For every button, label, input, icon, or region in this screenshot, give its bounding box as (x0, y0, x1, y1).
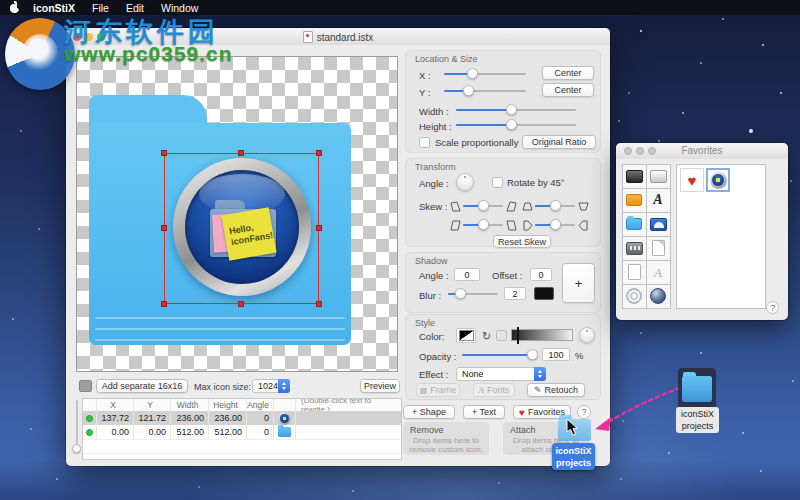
table-row-selected[interactable]: 137.72 121.72 236.00 236.00 0 (83, 411, 401, 425)
selection-handle[interactable] (316, 150, 322, 156)
add-separate-16-button[interactable]: Add separate 16x16 (96, 379, 188, 393)
max-icon-size-select[interactable]: 1024 (252, 379, 290, 393)
add-text-button[interactable]: + Text (463, 405, 505, 419)
template-document[interactable] (646, 236, 671, 261)
drag-label: iconStiX projects (552, 443, 595, 470)
scale-proportionally-checkbox[interactable] (419, 137, 430, 148)
x-slider[interactable] (444, 68, 526, 79)
center-x-button[interactable]: Center (542, 66, 594, 80)
col-y[interactable]: Y (133, 399, 170, 411)
zoom-slider-knob[interactable] (72, 444, 81, 453)
gradient-checkbox[interactable] (496, 330, 507, 341)
shadow-angle-field[interactable]: 0 (454, 268, 480, 281)
desktop-folder-selection[interactable] (678, 368, 716, 409)
template-globe[interactable] (646, 284, 671, 309)
col-angle[interactable]: Angle (246, 399, 273, 411)
col-x[interactable]: X (96, 399, 133, 411)
section-title: Location & Size (415, 54, 478, 64)
fonts-icon: A (478, 385, 484, 395)
menu-app-name[interactable]: iconStiX (33, 2, 75, 14)
angle-knob[interactable] (456, 173, 474, 191)
selection-handle[interactable] (238, 150, 244, 156)
favorite-item-badge-selected[interactable] (706, 168, 730, 192)
menu-file[interactable]: File (92, 2, 109, 14)
selection-handle[interactable] (161, 150, 167, 156)
menu-edit[interactable]: Edit (126, 2, 144, 14)
effect-select[interactable]: None (456, 367, 546, 381)
drive-shared-icon (626, 242, 643, 255)
main-window: standard.istx Hello, iconFans! (66, 28, 610, 466)
skew-slider-2[interactable] (535, 200, 575, 211)
blur-slider[interactable] (448, 288, 498, 299)
palette-title-bar[interactable]: Favorites (616, 143, 788, 159)
shadow-add-button[interactable]: + (562, 263, 595, 303)
height-label: Height : (419, 121, 452, 132)
col-height[interactable]: Height (208, 399, 246, 411)
selection-handle[interactable] (161, 225, 167, 231)
template-cd-disc[interactable] (622, 284, 647, 309)
fonts-button[interactable]: A Fonts (473, 383, 515, 397)
skew-label: Skew : (419, 201, 448, 212)
status-dot (86, 429, 93, 436)
selection-rectangle[interactable] (164, 153, 319, 304)
add-shape-button[interactable]: + Shape (403, 405, 455, 419)
shadow-color-well[interactable] (534, 287, 554, 300)
template-hard-drive-dark[interactable] (622, 164, 647, 189)
skew-slider-3[interactable] (463, 219, 503, 230)
center-y-button[interactable]: Center (542, 83, 594, 97)
template-font-decorative[interactable]: A (646, 260, 671, 285)
zoom-slider-track[interactable] (76, 400, 78, 450)
blur-label: Blur : (419, 290, 441, 301)
selection-handle[interactable] (316, 301, 322, 307)
shadow-offset-field[interactable]: 0 (530, 268, 552, 281)
template-font[interactable]: A (646, 188, 671, 213)
template-page-blank[interactable] (622, 260, 647, 285)
retouch-button[interactable]: ✎ Retouch (527, 383, 585, 397)
selection-handle[interactable] (161, 301, 167, 307)
selection-handle[interactable] (238, 301, 244, 307)
height-slider[interactable] (456, 119, 576, 130)
template-hard-drive-light[interactable] (646, 164, 671, 189)
desktop-folder-label[interactable]: iconStiX projects (676, 407, 719, 433)
editor-canvas[interactable]: Hello, iconFans! (76, 56, 398, 372)
folder-detail-line (95, 317, 345, 319)
y-slider[interactable] (444, 85, 526, 96)
palette-help-button[interactable]: ? (766, 301, 779, 314)
template-folder-orange[interactable] (622, 188, 647, 213)
reset-skew-button[interactable]: Reset Skew (493, 235, 551, 248)
skew-slider-4[interactable] (535, 219, 575, 230)
opacity-slider[interactable] (462, 349, 536, 360)
hard-drive-dark-icon (626, 170, 643, 183)
gradient-angle-knob[interactable] (579, 327, 595, 343)
table-row[interactable]: 0.00 0.00 512.00 512.00 0 (83, 425, 401, 439)
opacity-field[interactable]: 100 (542, 348, 570, 361)
max-icon-size-value: 1024 (258, 381, 278, 391)
style-color-well[interactable] (456, 328, 476, 343)
template-folder-blue[interactable] (622, 212, 647, 237)
color-swatch (459, 330, 474, 341)
template-drive-shared[interactable] (622, 236, 647, 261)
template-drive-image[interactable] (646, 212, 671, 237)
width-slider[interactable] (456, 104, 576, 115)
frame-button[interactable]: ▦ Frame (416, 383, 460, 397)
apple-menu-icon[interactable] (10, 3, 19, 13)
folder-detail-line (95, 339, 345, 341)
layers-table: X Y Width Height Angle (Double-click tex… (82, 398, 402, 460)
refresh-icon[interactable]: ↻ (482, 330, 491, 343)
blur-field[interactable]: 2 (504, 287, 526, 300)
gradient-handle[interactable] (517, 327, 519, 344)
skew-slider-1[interactable] (463, 200, 503, 211)
gray-swatch-button[interactable] (79, 380, 92, 392)
rotate-45-checkbox[interactable] (492, 177, 503, 188)
skew-shape-icon (506, 201, 517, 212)
remove-drop-area[interactable]: Remove Drop items here to remove custom … (403, 422, 489, 455)
selection-handle[interactable] (316, 225, 322, 231)
menu-window[interactable]: Window (161, 2, 198, 14)
favorite-item-heart[interactable]: ♥ (680, 168, 704, 192)
col-width[interactable]: Width (170, 399, 208, 411)
preview-button[interactable]: Preview (360, 379, 400, 393)
gradient-bar[interactable] (511, 329, 573, 341)
favorites-list[interactable]: ♥ (676, 164, 766, 309)
original-ratio-button[interactable]: Original Ratio (522, 135, 596, 149)
effect-label: Effect : (419, 369, 448, 380)
